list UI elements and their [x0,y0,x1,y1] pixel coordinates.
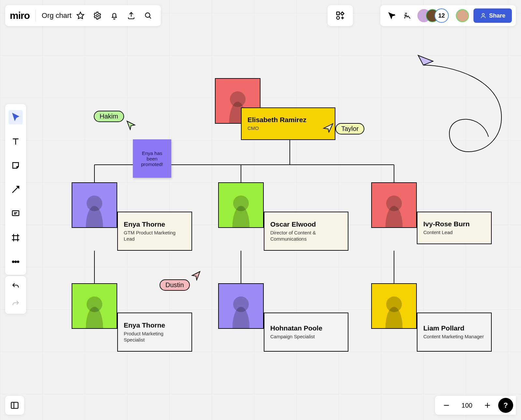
sticky-note[interactable]: Enya has been promoted! [133,139,171,178]
cursor-label-dustin: Dustin [160,279,190,291]
cursor-name: Dustin [165,281,184,289]
person-photo-gtm[interactable] [72,182,117,228]
cursor-label-taylor: Taylor [335,123,364,134]
person-title: Content Lead [423,229,485,236]
person-name: Ivy-Rose Burn [423,220,485,228]
person-card-lead[interactable]: Ivy-Rose Burn Content Lead [417,212,492,244]
person-title: Product Marketing Specialist [124,330,186,343]
person-photo-lead[interactable] [371,182,417,228]
person-photo-cmm[interactable] [371,283,417,329]
person-card-dir[interactable]: Oscar Elwood Director of Content & Commu… [264,212,348,251]
person-card-cmm[interactable]: Liam Pollard Content Marketing Manager [417,313,492,352]
person-photo-camp[interactable] [218,283,264,329]
person-photo-dir[interactable] [218,182,264,228]
person-name: Enya Thorne [124,321,186,329]
person-title: Content Marketing Manager [423,333,485,340]
org-chart-canvas[interactable]: Elisabeth Ramirez CMO Enya Thorne GTM Pr… [0,0,521,420]
person-title: Campaign Specialist [270,333,342,340]
cursor-name: Hakim [100,113,118,120]
person-name: Enya Thorne [124,220,186,228]
cursor-label-hakim: Hakim [94,111,124,122]
person-name: Oscar Elwood [270,220,342,228]
freehand-arrow[interactable] [404,52,521,176]
sticky-note-text: Enya has been promoted! [136,150,168,167]
person-card-gtm[interactable]: Enya Thorne GTM Product Marketing Lead [117,212,192,251]
cursor-arrow-icon [322,123,333,133]
person-title: CMO [247,125,329,132]
person-card-cmo[interactable]: Elisabeth Ramirez CMO [241,107,335,140]
person-photo-pms[interactable] [72,283,117,329]
person-name: Hohnatan Poole [270,324,342,332]
person-card-pms[interactable]: Enya Thorne Product Marketing Specialist [117,313,192,352]
person-card-camp[interactable]: Hohnatan Poole Campaign Specialist [264,313,348,352]
cursor-name: Taylor [341,125,359,133]
cursor-arrow-icon [126,120,136,130]
person-title: GTM Product Marketing Lead [124,230,186,242]
person-title: Director of Content & Communications [270,230,342,242]
cursor-arrow-icon [191,271,201,281]
person-name: Liam Pollard [423,324,485,332]
person-name: Elisabeth Ramirez [247,116,329,124]
